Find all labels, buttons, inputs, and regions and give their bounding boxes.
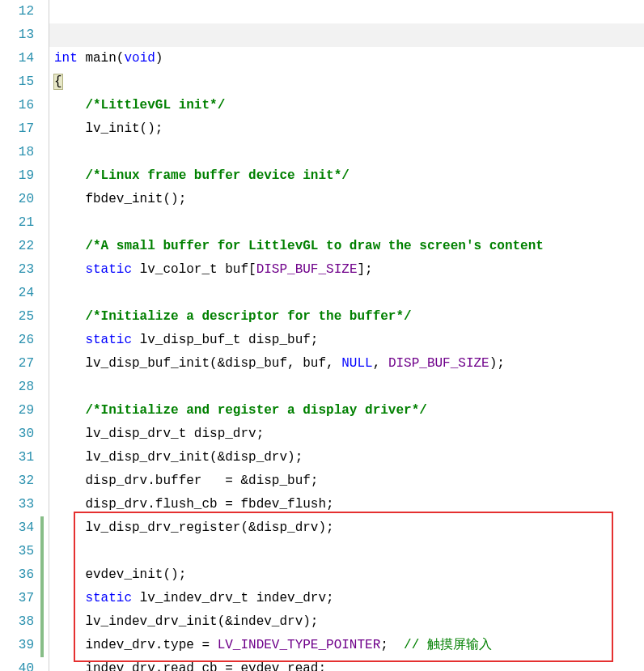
code-token: lv_init(); <box>85 121 163 136</box>
code-line[interactable]: /*Initialize a descriptor for the buffer… <box>54 305 644 329</box>
code-line[interactable]: indev_drv.type = LV_INDEV_TYPE_POINTER; … <box>54 634 644 657</box>
change-marker <box>40 634 44 657</box>
code-token: DISP_BUF_SIZE <box>256 262 358 277</box>
code-token: { <box>54 74 62 89</box>
code-token: main( <box>85 51 124 66</box>
code-token: ); <box>489 356 505 371</box>
code-token: /*LittlevGL init*/ <box>85 98 225 113</box>
code-line[interactable] <box>54 211 644 235</box>
code-line[interactable]: lv_disp_drv_init(&disp_drv); <box>54 446 644 469</box>
current-line-highlight <box>49 23 644 47</box>
code-line[interactable]: lv_disp_drv_register(&disp_drv); <box>54 516 644 540</box>
code-token: lv_disp_buf_t disp_buf; <box>140 333 319 347</box>
code-line[interactable]: lv_indev_drv_init(&indev_drv); <box>54 610 644 634</box>
code-line[interactable] <box>54 282 644 305</box>
line-number: 14 <box>0 47 39 70</box>
line-number: 29 <box>0 399 39 423</box>
code-line[interactable]: disp_drv.buffer = &disp_buf; <box>54 469 644 493</box>
code-token: lv_disp_drv_t disp_drv; <box>85 427 264 441</box>
code-editor[interactable]: 1213141516171819202122232425262728293031… <box>0 0 644 671</box>
code-token: lv_disp_drv_register(&disp_drv); <box>85 520 333 535</box>
code-token: NULL <box>341 356 372 371</box>
code-token: // 触摸屏输入 <box>404 638 492 652</box>
line-number: 18 <box>0 141 39 164</box>
code-line[interactable]: static lv_disp_buf_t disp_buf; <box>54 329 644 352</box>
line-number: 37 <box>0 587 39 610</box>
code-token: ]; <box>357 262 372 277</box>
code-token: /*A small buffer for LittlevGL to draw t… <box>85 239 544 253</box>
change-marker <box>40 516 44 540</box>
change-markers <box>39 0 49 671</box>
code-line[interactable]: lv_init(); <box>54 117 644 141</box>
change-marker <box>40 563 44 587</box>
code-token: static <box>85 262 139 277</box>
code-token: void <box>124 51 155 66</box>
line-number: 21 <box>0 211 39 235</box>
line-number: 22 <box>0 235 39 258</box>
code-line[interactable] <box>54 141 644 164</box>
change-marker <box>40 587 44 610</box>
line-number: 12 <box>0 0 39 23</box>
code-line[interactable]: /*LittlevGL init*/ <box>54 94 644 117</box>
code-token: /*Initialize a descriptor for the buffer… <box>85 309 411 324</box>
code-token: lv_color_t buf[ <box>140 262 256 277</box>
code-token: static <box>85 333 139 347</box>
line-number: 15 <box>0 70 39 94</box>
code-token: /*Initialize and register a display driv… <box>85 403 426 418</box>
code-line[interactable]: static lv_indev_drv_t indev_drv; <box>54 587 644 610</box>
code-token: lv_disp_buf_init(&disp_buf, buf, <box>85 356 341 371</box>
line-number: 13 <box>0 23 39 47</box>
line-number: 23 <box>0 258 39 282</box>
code-token: /*Linux frame buffer device init*/ <box>85 168 349 183</box>
code-line[interactable]: indev_drv.read_cb = evdev_read; <box>54 657 644 671</box>
code-token: disp_drv.flush_cb = fbdev_flush; <box>85 497 333 512</box>
line-number: 31 <box>0 446 39 469</box>
line-number: 19 <box>0 164 39 188</box>
line-number: 40 <box>0 657 39 671</box>
line-number: 24 <box>0 282 39 305</box>
code-line[interactable]: { <box>54 70 644 94</box>
code-token: disp_drv.buffer = &disp_buf; <box>85 474 318 488</box>
line-number: 38 <box>0 610 39 634</box>
code-line[interactable]: disp_drv.flush_cb = fbdev_flush; <box>54 493 644 516</box>
code-token: indev_drv.read_cb = evdev_read; <box>85 661 326 671</box>
line-number: 16 <box>0 94 39 117</box>
line-number: 33 <box>0 493 39 516</box>
line-number: 30 <box>0 423 39 446</box>
line-number: 20 <box>0 188 39 211</box>
code-token: , <box>373 356 388 371</box>
line-number-gutter: 1213141516171819202122232425262728293031… <box>0 0 39 671</box>
code-line[interactable] <box>54 540 644 563</box>
code-line[interactable]: /*Linux frame buffer device init*/ <box>54 164 644 188</box>
code-line[interactable]: /*Initialize and register a display driv… <box>54 399 644 423</box>
code-token: static <box>85 591 139 605</box>
code-area[interactable]: int main(void){ /*LittlevGL init*/ lv_in… <box>49 0 644 671</box>
code-line[interactable]: static lv_color_t buf[DISP_BUF_SIZE]; <box>54 258 644 282</box>
line-number: 32 <box>0 469 39 493</box>
code-token: lv_indev_drv_t indev_drv; <box>140 591 334 605</box>
code-token: LV_INDEV_TYPE_POINTER <box>218 638 381 652</box>
code-line[interactable]: /*A small buffer for LittlevGL to draw t… <box>54 235 644 258</box>
line-number: 25 <box>0 305 39 329</box>
code-token: ) <box>155 51 163 66</box>
line-number: 17 <box>0 117 39 141</box>
line-number: 35 <box>0 540 39 563</box>
code-token: lv_disp_drv_init(&disp_drv); <box>85 450 303 465</box>
code-line[interactable]: lv_disp_buf_init(&disp_buf, buf, NULL, D… <box>54 352 644 376</box>
change-marker <box>40 540 44 563</box>
line-number: 34 <box>0 516 39 540</box>
line-number: 27 <box>0 352 39 376</box>
line-number: 28 <box>0 376 39 399</box>
code-line[interactable]: fbdev_init(); <box>54 188 644 211</box>
code-line[interactable]: evdev_init(); <box>54 563 644 587</box>
code-token: DISP_BUF_SIZE <box>388 356 489 371</box>
code-token: fbdev_init(); <box>85 192 186 206</box>
code-line[interactable] <box>54 376 644 399</box>
line-number: 26 <box>0 329 39 352</box>
code-token: lv_indev_drv_init(&indev_drv); <box>85 614 318 629</box>
code-line[interactable]: int main(void) <box>54 47 644 70</box>
code-token: indev_drv.type = <box>85 638 217 652</box>
line-number: 39 <box>0 634 39 657</box>
code-line[interactable]: lv_disp_drv_t disp_drv; <box>54 423 644 446</box>
code-token: evdev_init(); <box>85 567 186 582</box>
